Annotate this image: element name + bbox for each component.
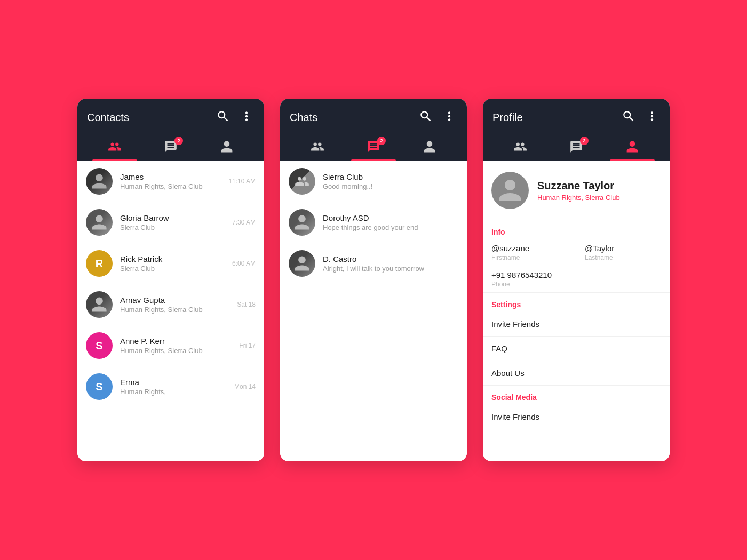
avatar: S (86, 373, 113, 400)
avatar (86, 168, 113, 195)
more-vert-icon (645, 109, 659, 123)
contacts-tab-icon (311, 140, 324, 157)
chats-search-button[interactable] (418, 108, 434, 127)
profile-screen: Profile (483, 99, 670, 461)
chats-badge: 2 (377, 137, 386, 145)
contact-item[interactable]: Arnav Gupta Human Rights, Sierra Club Sa… (77, 284, 264, 325)
chats-list: Sierra Club Good morning..! Dorothy ASD … (280, 161, 467, 461)
contacts-tab-icon (513, 140, 527, 157)
tab-contacts[interactable] (87, 134, 143, 161)
contacts-header: Contacts (77, 99, 264, 161)
avatar (86, 209, 113, 236)
contact-time: 11:10 AM (228, 178, 256, 185)
profile-setting-faq[interactable]: FAQ (483, 337, 670, 361)
profile-header-icons (621, 108, 660, 127)
contact-name: James (120, 172, 224, 181)
contact-info: Gloria Barrow Sierra Club (120, 213, 228, 231)
chat-item[interactable]: D. Castro Alright, I will talk to you to… (280, 243, 467, 284)
profile-more-button[interactable] (644, 108, 660, 127)
contact-name: Rick Patrick (120, 254, 228, 263)
contacts-nav-tabs: 2 (87, 134, 255, 161)
profile-user-info: Suzzane Taylor Human Rights, Sierra Club (537, 180, 620, 202)
chat-info: D. Castro Alright, I will talk to you to… (323, 254, 458, 273)
avatar: R (86, 250, 113, 277)
contact-info: Erma Human Rights, (120, 378, 230, 396)
profile-search-button[interactable] (621, 108, 637, 127)
tab-profile[interactable] (198, 134, 255, 161)
contact-item[interactable]: James Human Rights, Sierra Club 11:10 AM (77, 161, 264, 202)
chat-item[interactable]: Sierra Club Good morning..! (280, 161, 467, 202)
profile-tab-icon (625, 140, 639, 157)
contact-name: Arnav Gupta (120, 295, 233, 305)
contact-sub: Human Rights, Sierra Club (120, 306, 233, 314)
profile-phone-value: +91 9876543210 (491, 270, 661, 279)
profile-social-label: Social Media (483, 386, 670, 405)
avatar (289, 209, 315, 236)
profile-phone-field: +91 9876543210 Phone (483, 266, 670, 292)
contact-item[interactable]: R Rick Patrick Sierra Club 6:00 AM (77, 243, 264, 284)
chats-title: Chats (290, 111, 317, 124)
contact-time: Sat 18 (237, 301, 256, 308)
profile-tab-icon (423, 140, 436, 157)
chat-item[interactable]: Dorothy ASD Hope things are good your en… (280, 202, 467, 243)
chat-info: Dorothy ASD Hope things are good your en… (323, 213, 458, 231)
avatar (289, 250, 315, 277)
tab-profile[interactable] (401, 134, 457, 161)
chat-name: Dorothy ASD (323, 213, 458, 222)
profile-lastname-field: @Taylor Lastname (585, 244, 661, 261)
tab-contacts[interactable] (290, 134, 346, 161)
chat-name: Sierra Club (323, 172, 458, 181)
contact-name: Erma (120, 378, 230, 387)
contact-info: Arnav Gupta Human Rights, Sierra Club (120, 295, 233, 314)
profile-firstname-field: @suzzane Firstname (491, 244, 568, 261)
tab-profile[interactable] (604, 134, 660, 161)
contact-item[interactable]: S Erma Human Rights, Mon 14 (77, 366, 264, 407)
profile-tab-icon (220, 140, 234, 157)
contacts-more-button[interactable] (239, 108, 255, 127)
profile-name: Suzzane Taylor (537, 180, 620, 192)
contacts-header-icons (215, 108, 255, 127)
search-icon (216, 109, 230, 123)
profile-title: Profile (492, 111, 523, 124)
profile-setting-invite[interactable]: Invite Friends (483, 312, 670, 337)
contact-info: James Human Rights, Sierra Club (120, 172, 224, 190)
tab-chats[interactable]: 2 (346, 134, 402, 161)
profile-lastname-label: Lastname (585, 254, 661, 261)
contact-item[interactable]: S Anne P. Kerr Human Rights, Sierra Club… (77, 325, 264, 366)
contact-time: Mon 14 (234, 383, 256, 390)
contact-time: Fri 17 (239, 342, 256, 349)
profile-body: Suzzane Taylor Human Rights, Sierra Club… (483, 161, 670, 461)
profile-phone-label: Phone (491, 281, 661, 288)
profile-name-row: @suzzane Firstname @Taylor Lastname (483, 239, 670, 266)
contact-item[interactable]: Gloria Barrow Sierra Club 7:30 AM (77, 202, 264, 243)
contacts-list: James Human Rights, Sierra Club 11:10 AM… (77, 161, 264, 461)
tab-chats[interactable]: 2 (549, 134, 605, 161)
chat-preview: Hope things are good your end (323, 223, 458, 231)
profile-setting-about[interactable]: About Us (483, 361, 670, 386)
chats-tab-icon: 2 (367, 140, 380, 157)
tab-contacts[interactable] (492, 134, 549, 161)
profile-lastname-value: @Taylor (585, 244, 661, 253)
chats-screen: Chats (280, 99, 467, 461)
contact-info: Rick Patrick Sierra Club (120, 254, 228, 273)
tab-chats[interactable]: 2 (143, 134, 199, 161)
contacts-screen: Contacts (77, 99, 264, 461)
contact-sub: Sierra Club (120, 223, 228, 231)
profile-social-invite[interactable]: Invite Friends (483, 405, 670, 429)
screens-container: Contacts (56, 67, 691, 493)
profile-nav-tabs: 2 (492, 134, 660, 161)
chats-badge: 2 (580, 137, 589, 145)
profile-settings-label: Settings (483, 293, 670, 312)
contact-sub: Human Rights, (120, 388, 230, 396)
chat-preview: Good morning..! (323, 182, 458, 190)
chats-nav-tabs: 2 (290, 134, 457, 161)
contact-sub: Human Rights, Sierra Club (120, 182, 224, 190)
chats-header: Chats (280, 99, 467, 161)
profile-user-section: Suzzane Taylor Human Rights, Sierra Club (483, 161, 670, 220)
contacts-header-top: Contacts (87, 108, 255, 127)
contact-time: 7:30 AM (232, 219, 256, 226)
more-vert-icon (240, 109, 253, 123)
chats-more-button[interactable] (441, 108, 457, 127)
contact-time: 6:00 AM (232, 260, 256, 267)
contacts-search-button[interactable] (215, 108, 231, 127)
